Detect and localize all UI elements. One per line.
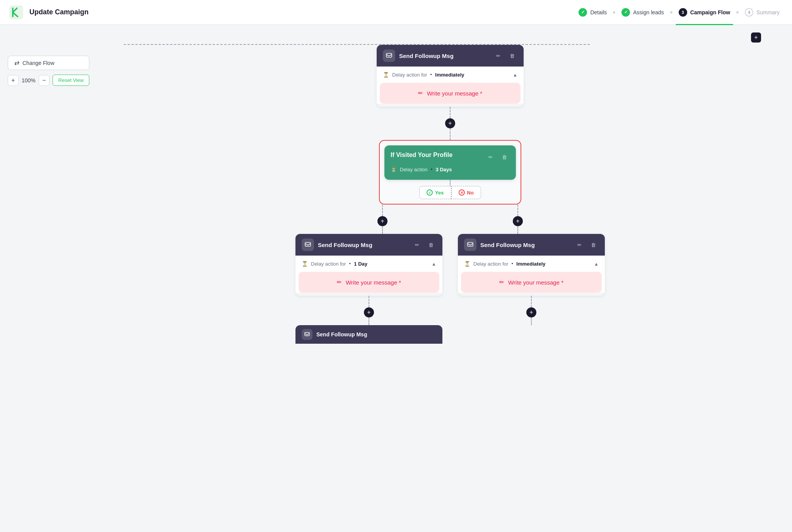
node-right-message-label: Write your message *: [508, 279, 563, 286]
condition-wrapper: If Visited Your Profile ✏ 🗑 ⏳ Delay acti…: [379, 140, 521, 205]
add-button-left-bottom[interactable]: +: [364, 307, 374, 317]
node-left-message-box[interactable]: ✏ Write your message *: [299, 272, 439, 293]
no-button[interactable]: ✕ No: [451, 186, 481, 199]
node1-actions: ✏ 🗑: [493, 50, 517, 61]
node-right-delete-button[interactable]: 🗑: [588, 239, 599, 250]
main-flow: Send Followup Msg ✏ 🗑 ⏳ Delay action for…: [8, 45, 784, 344]
step-details[interactable]: ✓ Details: [575, 8, 610, 17]
condition-edit-button[interactable]: ✏: [485, 152, 496, 162]
step-sep-3: [736, 11, 739, 14]
branch-left: Send Followup Msg ✏ 🗑 ⏳ Delay action for: [295, 234, 442, 344]
canvas: ⇄ Change Flow + 100% − Reset View +: [0, 25, 792, 532]
condition-timer-icon: ⏳: [391, 167, 397, 172]
left-branch-connector: +: [315, 205, 450, 234]
node-right: Send Followup Msg ✏ 🗑 ⏳ Delay action for: [458, 234, 605, 296]
change-flow-button[interactable]: ⇄ Change Flow: [8, 56, 89, 70]
node-right-timer-icon: ⏳: [464, 261, 470, 267]
node1-pencil-icon: ✏: [418, 90, 423, 97]
dashed-right-bottom: [531, 296, 532, 307]
node-right-header: Send Followup Msg ✏ 🗑: [458, 234, 605, 256]
node-left-chevron-icon: ▲: [432, 261, 436, 267]
node-right-message-box[interactable]: ✏ Write your message *: [461, 272, 602, 293]
add-button-right[interactable]: +: [513, 216, 523, 226]
step-sep-1: [613, 11, 615, 14]
zoom-in-button[interactable]: +: [8, 75, 19, 86]
step-details-label: Details: [590, 9, 607, 15]
node-right-icon: [464, 239, 476, 251]
step-summary[interactable]: 4 Summary: [742, 8, 783, 17]
step-summary-icon: 4: [745, 8, 753, 17]
node1-delay: ⏳ Delay action for · Immediately ▲: [377, 66, 524, 83]
node1-chevron-icon: ▲: [513, 72, 517, 78]
node-right-actions: ✏ 🗑: [574, 239, 599, 250]
zoom-controls: + 100% − Reset View: [8, 75, 89, 86]
right-branch-connector: +: [450, 205, 585, 234]
no-label: No: [467, 190, 474, 196]
node1-message-box[interactable]: ✏ Write your message *: [380, 83, 521, 104]
step-assign-leads[interactable]: ✓ Assign leads: [618, 8, 667, 17]
node-left-next: Send Followup Msg: [295, 325, 442, 344]
condition-delete-button[interactable]: 🗑: [499, 152, 510, 162]
node-left-actions: ✏ 🗑: [411, 239, 436, 250]
condition-delay: ⏳ Delay action · 3 Days: [391, 165, 510, 174]
node-right-pencil-icon: ✏: [499, 279, 504, 286]
dashed-line-1a: [450, 107, 451, 118]
node1-timer-icon: ⏳: [383, 72, 389, 78]
branch-lines: + +: [315, 205, 585, 234]
node-left-icon: [302, 239, 314, 251]
condition-delay-dot: ·: [431, 165, 433, 174]
node-right-title: Send Followup Msg: [480, 242, 570, 248]
node-right-edit-button[interactable]: ✏: [574, 239, 585, 250]
node-left-title: Send Followup Msg: [318, 242, 408, 248]
node-left-next-title: Send Followup Msg: [316, 331, 367, 338]
step-campaign-flow[interactable]: 3 Campaign Flow: [676, 8, 733, 17]
add-button-right-bottom[interactable]: +: [526, 307, 536, 317]
node-right-body: ⏳ Delay action for · Immediately ▲ ✏ Wri…: [458, 256, 605, 293]
connector-right-bottom: +: [526, 296, 536, 325]
node-right-delay-value: Immediately: [516, 261, 545, 267]
connector-left-bottom: +: [364, 296, 374, 325]
canvas-inner: + Send Followup Msg ✏ 🗑: [0, 25, 792, 411]
right-dashed-v: [517, 205, 518, 216]
step-summary-label: Summary: [756, 9, 780, 15]
condition-actions: ✏ 🗑: [485, 152, 510, 162]
step-campaign-label: Campaign Flow: [690, 9, 730, 15]
node-right-chevron-icon: ▲: [594, 261, 599, 267]
yes-check-icon: ✓: [427, 189, 433, 196]
branch-right: Send Followup Msg ✏ 🗑 ⏳ Delay action for: [458, 234, 605, 344]
reset-view-button[interactable]: Reset View: [53, 75, 90, 86]
node1-message-label: Write your message *: [427, 90, 482, 97]
node-right-delay: ⏳ Delay action for · Immediately ▲: [458, 256, 605, 272]
node1-delay-value: Immediately: [435, 72, 464, 78]
yes-button[interactable]: ✓ Yes: [419, 186, 451, 199]
node1-body: ⏳ Delay action for · Immediately ▲ ✏ Wri…: [377, 66, 524, 104]
node-left-timer-icon: ⏳: [302, 261, 308, 267]
change-flow-icon: ⇄: [14, 59, 19, 66]
node-left-delay: ⏳ Delay action for · 1 Day ▲: [295, 256, 442, 272]
node-left-header: Send Followup Msg ✏ 🗑: [295, 234, 442, 256]
app-header: Update Campaign ✓ Details ✓ Assign leads…: [0, 0, 792, 25]
svg-rect-0: [9, 5, 23, 19]
node-left: Send Followup Msg ✏ 🗑 ⏳ Delay action for: [295, 234, 442, 296]
node-left-delay-label: Delay action for: [311, 261, 346, 267]
right-dashed-v2: [517, 226, 518, 234]
yes-label: Yes: [435, 190, 444, 196]
node1-delete-button[interactable]: 🗑: [507, 50, 517, 61]
condition-delay-value: 3 Days: [436, 167, 452, 172]
node-left-delete-button[interactable]: 🗑: [425, 239, 436, 250]
node-left-edit-button[interactable]: ✏: [411, 239, 422, 250]
page-title: Update Campaign: [29, 8, 89, 16]
dashed-left-bottom: [369, 296, 369, 307]
node-left-message-label: Write your message *: [346, 279, 401, 286]
zoom-out-button[interactable]: −: [39, 75, 50, 86]
zoom-level-display: 100%: [22, 77, 36, 84]
top-add-button[interactable]: +: [751, 32, 761, 43]
node1-delay-label: Delay action for: [392, 72, 427, 78]
add-button-1[interactable]: +: [445, 118, 455, 128]
node-right-delay-label: Delay action for: [473, 261, 508, 267]
node-left-body: ⏳ Delay action for · 1 Day ▲ ✏ Write you…: [295, 256, 442, 293]
node1-edit-button[interactable]: ✏: [493, 50, 504, 61]
add-button-left[interactable]: +: [377, 216, 387, 226]
step-assign-label: Assign leads: [633, 9, 664, 15]
node1-icon: [383, 49, 395, 62]
